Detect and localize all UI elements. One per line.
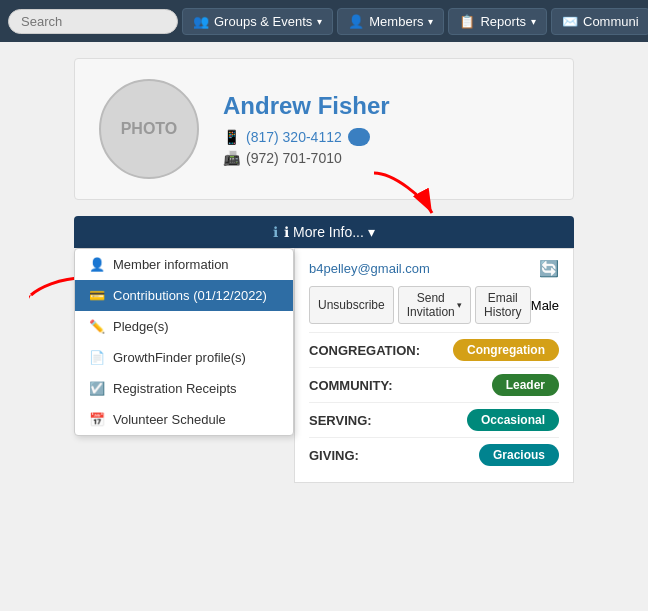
member-icon: 👤 [89, 257, 105, 272]
email-history-button[interactable]: Email History [475, 286, 531, 324]
groups-icon: 👥 [193, 14, 209, 29]
serving-badge: Occasional [467, 409, 559, 431]
more-info-bar[interactable]: ℹ ℹ More Info... ▾ [74, 216, 574, 248]
congregation-badge: Congregation [453, 339, 559, 361]
members-button[interactable]: 👤 Members ▾ [337, 8, 444, 35]
navbar: 👥 Groups & Events ▾ 👤 Members ▾ 📋 Report… [0, 0, 648, 42]
giving-badge: Gracious [479, 444, 559, 466]
profile-info: Andrew Fisher 📱 (817) 320-4112 📠 (972) 7… [223, 92, 549, 166]
caret-icon: ▾ [317, 16, 322, 27]
info-icon: ℹ [273, 224, 278, 240]
congregation-field: CONGREGATION: Congregation [309, 332, 559, 367]
profile-name: Andrew Fisher [223, 92, 549, 120]
dropdown-registration[interactable]: ☑️ Registration Receipts [75, 373, 293, 404]
communi-icon: ✉️ [562, 14, 578, 29]
community-field: COMMUNITY: Leader [309, 367, 559, 402]
gender-value: Male [531, 298, 559, 313]
volunteer-icon: 📅 [89, 412, 105, 427]
giving-label: GIVING: [309, 448, 359, 463]
action-buttons: Unsubscribe Send Invitation ▾ Email Hist… [309, 286, 531, 324]
registration-icon: ☑️ [89, 381, 105, 396]
serving-field: SERVING: Occasional [309, 402, 559, 437]
unsubscribe-button[interactable]: Unsubscribe [309, 286, 394, 324]
caret-icon: ▾ [457, 300, 462, 310]
pledge-icon: ✏️ [89, 319, 105, 334]
dropdown-wrapper: 👤 Member information 💳 Contributions (01… [74, 248, 574, 483]
community-label: COMMUNITY: [309, 378, 393, 393]
dropdown-growthfinder[interactable]: 📄 GrowthFinder profile(s) [75, 342, 293, 373]
dropdown-pledges[interactable]: ✏️ Pledge(s) [75, 311, 293, 342]
members-icon: 👤 [348, 14, 364, 29]
caret-icon: ▾ [531, 16, 536, 27]
phone1-row: 📱 (817) 320-4112 [223, 128, 549, 146]
serving-label: SERVING: [309, 413, 372, 428]
main-area: ℹ ℹ More Info... ▾ 👤 Member information [74, 216, 574, 483]
community-badge: Leader [492, 374, 559, 396]
dropdown-menu: 👤 Member information 💳 Contributions (01… [74, 248, 294, 436]
detail-section: b4pelley@gmail.com 🔄 Unsubscribe Send In… [294, 248, 574, 483]
groups-events-button[interactable]: 👥 Groups & Events ▾ [182, 8, 333, 35]
email-row: b4pelley@gmail.com 🔄 [309, 259, 559, 278]
send-invitation-button[interactable]: Send Invitation ▾ [398, 286, 471, 324]
dropdown-volunteer[interactable]: 📅 Volunteer Schedule [75, 404, 293, 435]
photo-placeholder: PHOTO [99, 79, 199, 179]
dropdown-contributions[interactable]: 💳 Contributions (01/12/2022) [75, 280, 293, 311]
action-buttons-row: Unsubscribe Send Invitation ▾ Email Hist… [309, 286, 559, 324]
mobile-icon: 📱 [223, 129, 240, 145]
reports-button[interactable]: 📋 Reports ▾ [448, 8, 547, 35]
refresh-icon: 🔄 [539, 259, 559, 278]
phone-icon: 📠 [223, 150, 240, 166]
giving-field: GIVING: Gracious [309, 437, 559, 472]
phone2-row: 📠 (972) 701-7010 [223, 150, 549, 166]
congregation-label: CONGREGATION: [309, 343, 420, 358]
profile-card: PHOTO Andrew Fisher 📱 (817) 320-4112 📠 (… [74, 58, 574, 200]
reports-icon: 📋 [459, 14, 475, 29]
page-content: PHOTO Andrew Fisher 📱 (817) 320-4112 📠 (… [0, 42, 648, 499]
communi-button[interactable]: ✉️ Communi [551, 8, 648, 35]
search-input[interactable] [8, 9, 178, 34]
contributions-icon: 💳 [89, 288, 105, 303]
dropdown-member-info[interactable]: 👤 Member information [75, 249, 293, 280]
growthfinder-icon: 📄 [89, 350, 105, 365]
email-value: b4pelley@gmail.com [309, 261, 430, 276]
caret-icon: ▾ [428, 16, 433, 27]
